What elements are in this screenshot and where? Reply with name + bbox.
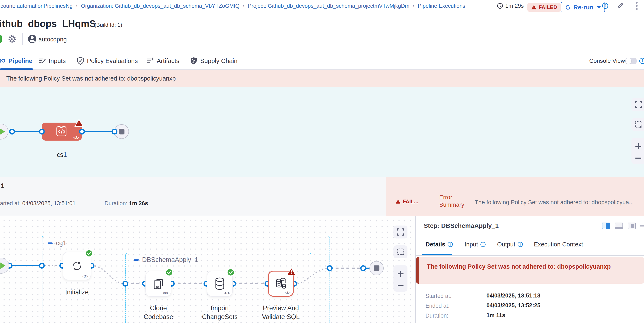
detail-row-value: 04/03/2025, 13:52:25 — [486, 302, 540, 309]
stop-icon — [374, 265, 380, 271]
step-panel-title: Step: DBSchemaApply_1 — [424, 222, 498, 229]
connector-dot — [39, 129, 45, 135]
tab-input-label: Input — [464, 241, 478, 248]
tab-inputs[interactable]: Inputs — [38, 52, 66, 70]
canvas-marquee-select-button[interactable] — [632, 118, 644, 131]
gear-icon[interactable] — [8, 34, 17, 44]
step-error-box: The following Policy Set was not adhered… — [416, 257, 644, 284]
tab-supply-chain-label: Supply Chain — [200, 57, 237, 65]
tab-supply-chain[interactable]: Supply Chain — [190, 52, 237, 70]
stage-graph-canvas[interactable]: </> cs1 — [0, 87, 644, 177]
execution-graph-canvas[interactable]: cg1 DBSchemaApply_1 — [0, 216, 416, 323]
fail-label: FAIL... — [403, 198, 418, 205]
tab-pipeline[interactable]: Pipeline — [0, 52, 32, 70]
step-clone-codebase[interactable]: </> — [146, 271, 171, 297]
supply-chain-shield-icon — [190, 57, 197, 65]
trigger-user: autocdpng — [38, 36, 67, 43]
step-label-preview-validate-sql[interactable]: Preview And Validate SQL — [256, 304, 306, 321]
panel-layout-controls — [602, 223, 644, 229]
panel-minimize-icon[interactable] — [640, 225, 644, 227]
breadcrumb-separator-icon: › — [243, 3, 244, 9]
fail-status-chip: FAIL... — [396, 198, 418, 205]
breadcrumb-separator-icon: › — [413, 3, 414, 9]
info-icon — [447, 242, 453, 247]
warning-triangle-icon — [396, 199, 400, 204]
elapsed-value: 1m 29s — [505, 3, 524, 9]
execution-tabs: Pipeline Inputs Policy Evaluations Artif… — [0, 52, 644, 70]
connector-dot — [112, 129, 118, 135]
avatar — [28, 34, 37, 44]
breadcrumb-organization[interactable]: Organization: Github_db_devops_aut_db_sc… — [81, 3, 240, 9]
breadcrumb-project[interactable]: Project: Github_db_devops_aut_db_schema_… — [248, 3, 409, 9]
shield-check-icon — [77, 57, 84, 65]
clock-icon — [497, 3, 503, 9]
database-icon — [214, 277, 226, 290]
stop-icon — [119, 129, 124, 135]
status-strip — [0, 35, 2, 43]
step-preview-validate-sql[interactable]: </> — [268, 271, 294, 297]
custom-stage-icon — [55, 125, 68, 138]
duration-label: Duration: — [104, 200, 128, 206]
rerun-button[interactable]: Re-run — [561, 2, 605, 13]
layout-floating-panel-icon[interactable] — [628, 223, 636, 229]
artifacts-list-icon — [146, 57, 154, 65]
breadcrumb-pipeline-executions[interactable]: Pipeline Executions — [418, 3, 465, 9]
layout-bottom-panel-icon[interactable] — [615, 223, 623, 229]
tab-execution-context-label: Execution Context — [534, 241, 583, 248]
step-label-clone-codebase[interactable]: Clone Codebase — [138, 304, 179, 321]
stage-error-strip: FAIL... Error Summary The following Poli… — [386, 177, 644, 216]
step-label-import-changesets[interactable]: Import ChangeSets — [199, 304, 241, 321]
tab-artifacts[interactable]: Artifacts — [146, 52, 179, 70]
info-icon — [480, 242, 486, 247]
rerun-label: Re-run — [573, 4, 594, 11]
chevron-down-icon — [597, 6, 601, 9]
divider — [22, 33, 23, 45]
build-id: (Build Id: 1) — [94, 22, 122, 28]
code-glyph: </> — [224, 291, 230, 295]
edit-pipeline-icon[interactable] — [616, 0, 624, 12]
policy-banner-message: The following Policy Set was not adhered… — [6, 75, 176, 82]
tab-execution-context[interactable]: Execution Context — [534, 241, 583, 248]
tab-input[interactable]: Input — [464, 241, 486, 248]
tab-details[interactable]: Details — [426, 241, 453, 248]
tab-policy-evaluations[interactable]: Policy Evaluations — [77, 52, 138, 70]
detail-row-label: Ended at: — [426, 303, 450, 309]
execution-end-node — [370, 261, 384, 275]
tab-output[interactable]: Output — [497, 241, 523, 248]
initialize-refresh-icon — [70, 259, 83, 272]
play-icon — [0, 128, 5, 135]
top-header-bar: count: automationPipelinesNg › Organizat… — [0, 0, 644, 12]
stage-name[interactable]: 1 — [1, 182, 4, 190]
breadcrumb-account[interactable]: count: automationPipelinesNg — [0, 3, 72, 9]
error-summary-label: Error Summary — [439, 193, 470, 209]
layout-right-panel-icon[interactable] — [602, 223, 610, 229]
execution-info-icon[interactable] — [602, 0, 608, 12]
stage-started-at: arted at: 04/03/2025, 13:51:01 — [0, 200, 76, 207]
tab-inputs-label: Inputs — [49, 57, 66, 65]
console-view-info-icon[interactable] — [639, 58, 644, 64]
step-import-changesets[interactable]: </> — [207, 271, 233, 297]
detail-row-label: Duration: — [426, 312, 448, 319]
stage-node-label[interactable]: cs1 — [41, 151, 83, 159]
policy-violation-banner: The following Policy Set was not adhered… — [0, 70, 644, 87]
step-details-panel: Step: DBSchemaApply_1 Details Input Outp… — [416, 216, 644, 323]
started-value: 04/03/2025, 13:51:01 — [22, 200, 76, 206]
warning-triangle-icon — [531, 5, 536, 10]
status-badge: FAILED — [528, 3, 561, 12]
code-glyph: </> — [163, 291, 168, 295]
more-options-kebab-icon[interactable] — [635, 0, 638, 12]
page-title: ithub_dbops_LHqmS — [0, 18, 96, 29]
stage-node-cs1[interactable]: </> — [42, 123, 82, 141]
step-label-initialize[interactable]: Initialize — [56, 288, 98, 297]
failed-warning-icon — [74, 119, 84, 127]
detail-row-value: 1m 11s — [486, 312, 505, 318]
step-initialize[interactable]: </> — [63, 252, 91, 280]
failed-warning-icon — [287, 267, 296, 276]
console-view-toggle[interactable] — [625, 58, 637, 64]
tab-output-label: Output — [497, 241, 515, 248]
canvas-fullscreen-button[interactable] — [632, 98, 644, 111]
connector-line — [12, 131, 43, 132]
active-tab-underline — [0, 68, 33, 70]
canvas-zoom-controls[interactable] — [632, 138, 644, 164]
code-glyph: </> — [73, 135, 80, 140]
